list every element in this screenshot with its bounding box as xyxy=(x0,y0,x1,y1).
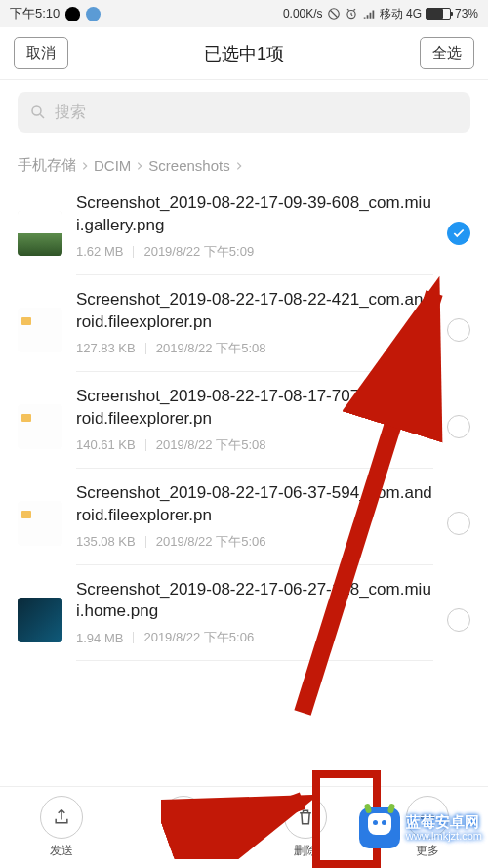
more-button[interactable]: 更多 xyxy=(406,796,449,859)
net-speed: 0.00K/s xyxy=(283,7,323,21)
file-size: 140.61 KB xyxy=(76,437,136,452)
chevron-right-icon xyxy=(234,161,244,171)
trash-icon xyxy=(296,807,315,827)
svg-point-5 xyxy=(421,816,424,819)
file-size: 135.08 KB xyxy=(76,534,136,549)
selection-checkbox[interactable] xyxy=(447,318,470,342)
battery-icon xyxy=(426,8,451,20)
page-title: 已选中1项 xyxy=(204,42,284,65)
chevron-right-icon xyxy=(80,161,90,171)
crumb-phone-storage[interactable]: 手机存储 xyxy=(18,156,76,175)
file-name: Screenshot_2019-08-22-17-06-27-118_com.m… xyxy=(76,579,433,624)
file-thumbnail xyxy=(18,211,62,256)
file-date: 2019/8/22 下午5:06 xyxy=(156,533,266,551)
selection-checkbox[interactable] xyxy=(447,415,470,438)
file-date: 2019/8/22 下午5:06 xyxy=(143,629,254,646)
search-icon xyxy=(29,103,47,121)
file-row[interactable]: Screenshot_2019-08-22-17-09-39-608_com.m… xyxy=(0,179,488,275)
file-list: Screenshot_2019-08-22-17-09-39-608_com.m… xyxy=(0,179,488,661)
crumb-screenshots[interactable]: Screenshots xyxy=(148,157,229,174)
crumb-dcim[interactable]: DCIM xyxy=(94,157,131,174)
file-date: 2019/8/22 下午5:08 xyxy=(156,340,266,357)
cancel-button[interactable]: 取消 xyxy=(14,37,68,69)
cut-label: 剪切 xyxy=(172,843,195,859)
file-date: 2019/8/22 下午5:08 xyxy=(156,436,266,454)
carrier-label: 移动 4G xyxy=(380,6,422,22)
file-thumbnail xyxy=(18,308,62,352)
svg-point-4 xyxy=(184,819,189,824)
file-name: Screenshot_2019-08-22-17-08-17-707_com.a… xyxy=(76,386,433,431)
alarm-icon xyxy=(345,7,358,21)
svg-point-3 xyxy=(177,819,182,824)
signal-icon xyxy=(362,7,376,21)
selection-checkbox[interactable] xyxy=(447,222,470,245)
svg-point-6 xyxy=(426,816,428,819)
svg-point-2 xyxy=(32,106,41,115)
file-name: Screenshot_2019-08-22-17-09-39-608_com.m… xyxy=(76,192,433,237)
file-size: 1.94 MB xyxy=(76,631,123,645)
more-icon xyxy=(418,807,437,827)
send-button[interactable]: 发送 xyxy=(40,796,83,859)
share-icon xyxy=(52,807,71,827)
file-thumbnail xyxy=(18,404,62,449)
file-row[interactable]: Screenshot_2019-08-22-17-06-27-118_com.m… xyxy=(0,565,488,662)
delete-label: 删除 xyxy=(294,843,317,859)
selection-header: 取消 已选中1项 全选 xyxy=(0,27,488,80)
do-not-disturb-icon xyxy=(327,7,341,21)
selection-checkbox[interactable] xyxy=(447,512,470,535)
file-name: Screenshot_2019-08-22-17-08-22-421_com.a… xyxy=(76,289,433,334)
more-label: 更多 xyxy=(416,843,439,859)
action-toolbar: 发送 剪切 删除 更多 xyxy=(0,786,488,868)
check-icon xyxy=(452,227,466,240)
scissors-icon xyxy=(174,807,193,827)
select-all-button[interactable]: 全选 xyxy=(420,37,474,69)
search-input[interactable]: 搜索 xyxy=(18,92,470,133)
send-label: 发送 xyxy=(50,843,73,859)
status-bar: 下午5:10 0.00K/s 移动 4G 73% xyxy=(0,0,488,27)
weibo-icon xyxy=(86,7,101,21)
file-date: 2019/8/22 下午5:09 xyxy=(143,243,254,261)
file-row[interactable]: Screenshot_2019-08-22-17-08-17-707_com.a… xyxy=(0,372,488,469)
battery-pct: 73% xyxy=(455,7,478,21)
search-placeholder: 搜索 xyxy=(55,103,86,123)
breadcrumb[interactable]: 手机存储 DCIM Screenshots xyxy=(0,145,488,179)
svg-point-7 xyxy=(430,816,433,819)
file-row[interactable]: Screenshot_2019-08-22-17-06-37-594_com.a… xyxy=(0,469,488,565)
file-thumbnail xyxy=(18,501,62,546)
qq-icon xyxy=(65,7,80,21)
delete-button[interactable]: 删除 xyxy=(284,796,327,859)
file-thumbnail xyxy=(18,598,62,642)
selection-checkbox[interactable] xyxy=(447,608,470,632)
file-name: Screenshot_2019-08-22-17-06-37-594_com.a… xyxy=(76,482,433,527)
file-row[interactable]: Screenshot_2019-08-22-17-08-22-421_com.a… xyxy=(0,275,488,372)
cut-button[interactable]: 剪切 xyxy=(162,796,205,859)
status-time: 下午5:10 xyxy=(10,5,60,22)
file-size: 1.62 MB xyxy=(76,244,123,259)
chevron-right-icon xyxy=(135,161,144,171)
file-size: 127.83 KB xyxy=(76,341,136,355)
